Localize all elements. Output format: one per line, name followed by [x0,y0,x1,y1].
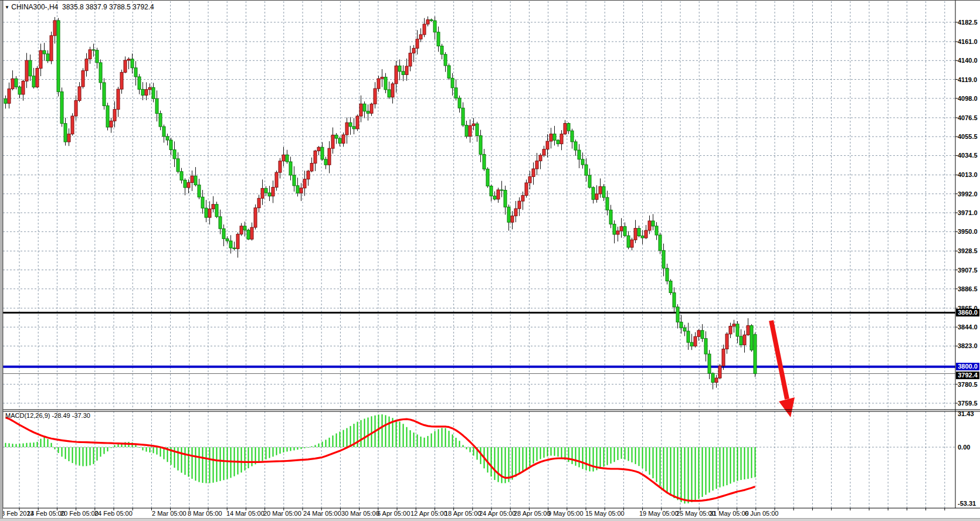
bear-candle [15,79,18,87]
macd-histogram-bar [252,447,253,466]
bear-candle [433,21,436,32]
macd-histogram-bar [748,447,749,479]
macd-histogram-bar [656,447,657,482]
bear-candle [613,224,616,234]
price-axis-label: 4013.0 [958,171,978,178]
macd-histogram-bar [607,447,608,465]
candlestick-chart[interactable] [0,1,980,521]
macd-histogram-bar [410,430,411,447]
macd-histogram-bar [582,447,584,469]
bear-candle [289,162,292,175]
bear-candle [683,328,686,331]
macd-histogram-bar [709,447,710,493]
macd-histogram-bar [470,447,471,452]
bear-candle [659,235,662,250]
bear-candle [265,188,267,193]
macd-histogram-bar [424,438,425,447]
price-axis-label: 4161.0 [958,38,978,45]
bull-candle [616,231,619,234]
time-axis-label: 30 Mar 05:00 [341,510,379,517]
bull-candle [310,164,313,171]
bull-candle [405,66,408,74]
macd-histogram-bar [93,447,94,464]
bear-candle [504,190,507,207]
macd-histogram-bar [90,447,91,465]
hline-price-badge[interactable]: 3800.0 [956,363,979,370]
macd-histogram-bar [174,447,175,468]
macd-histogram-bar [209,447,211,483]
macd-histogram-bar [318,444,320,447]
bull-candle [50,36,53,61]
bear-candle [103,83,106,105]
bear-candle [669,281,672,292]
bull-candle [342,135,345,143]
bear-candle [662,250,665,268]
macd-histogram-bar [435,431,436,447]
macd-histogram-bar [378,414,379,447]
price-axis-label: 3823.0 [958,342,978,349]
time-axis-label: 24 Mar 05:00 [303,510,341,517]
macd-histogram-bar [294,447,295,450]
time-axis-label: 8 Mar 05:00 [188,510,222,517]
bear-candle [750,326,753,350]
macd-histogram-bar [494,447,496,480]
macd-histogram-bar [698,447,700,499]
hline-price-badge[interactable]: 3860.0 [956,309,979,316]
macd-histogram-bar [311,447,313,447]
bear-candle [690,342,693,346]
bear-candle [180,172,183,181]
chevron-down-icon[interactable]: ▼ [5,5,9,10]
bull-candle [300,188,303,193]
macd-histogram-bar [51,443,52,447]
time-axis-label: 14 Mar 05:00 [226,510,265,517]
macd-histogram-bar [498,447,499,482]
bear-candle [201,197,204,208]
bear-candle [490,186,493,196]
bull-candle [694,336,697,346]
macd-histogram-bar [519,447,520,474]
macd-histogram-bar [691,447,693,502]
macd-histogram-bar [325,440,327,447]
macd-histogram-bar [223,447,225,480]
macd-histogram-bar [33,442,35,447]
macd-histogram-bar [603,447,605,466]
macd-histogram-bar [674,447,675,498]
macd-histogram-bar [241,447,242,472]
bull-candle [381,77,384,79]
bear-candle [4,99,7,104]
macd-histogram-bar [206,447,207,483]
macd-axis-label: 31.43 [958,410,974,417]
down-arrow-annotation [771,321,787,399]
symbol-timeframe-label[interactable]: CHINA300-,H4 [11,3,58,11]
macd-histogram-bar [755,447,756,477]
bear-candle [701,331,704,339]
bear-candle [637,229,640,236]
bear-candle [219,217,222,229]
bear-candle [592,188,595,199]
bull-candle [71,116,74,134]
bear-candle [141,89,144,95]
macd-histogram-bar [646,447,647,471]
current-price-badge: 3792.4 [956,372,979,379]
bear-candle [159,114,162,127]
macd-histogram-bar [480,447,481,464]
macd-histogram-bar [86,447,87,466]
bear-candle [321,147,324,159]
macd-histogram-bar [667,447,668,493]
bear-candle [43,50,46,54]
macd-histogram-bar [421,437,422,447]
macd-histogram-bar [625,447,626,459]
bull-candle [8,89,11,104]
macd-histogram-bar [69,447,70,461]
bear-candle [352,127,355,129]
bear-candle [215,205,218,217]
macd-histogram-bar [540,447,541,459]
macd-histogram-bar [431,434,432,447]
bear-candle [458,98,461,108]
bear-candle [627,236,630,247]
macd-histogram-bar [523,447,524,472]
bull-candle [314,151,317,163]
macd-histogram-bar [491,447,492,476]
bear-candle [402,71,405,75]
macd-histogram-bar [107,447,108,451]
